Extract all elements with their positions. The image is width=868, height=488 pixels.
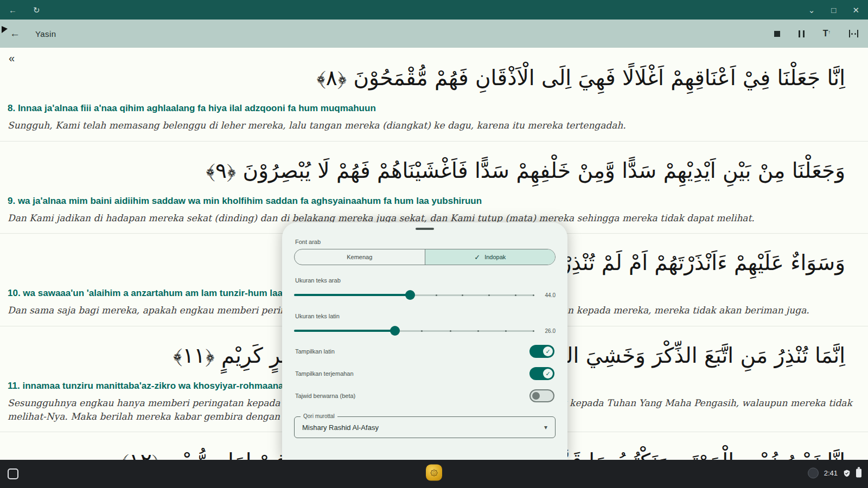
mouse-cursor [2,26,8,33]
qori-dropdown[interactable]: Qori murottal Mishary Rashid Al-Afasy ▾ [294,416,556,438]
latin-size-thumb[interactable] [390,326,400,336]
qori-value: Mishary Rashid Al-Afasy [302,423,544,432]
notification-icon[interactable] [808,467,819,478]
toggle-label: Tajwid berwarna (beta) [295,393,355,399]
qori-label: Qori murottal [301,413,337,419]
settings-sheet: Font arab Kemenag ✓ Indopak Ukuran teks … [282,222,567,460]
slider-tick [436,294,437,296]
switch-knob: ✓ [543,346,553,356]
slider-tick [488,294,490,296]
window-reload-icon[interactable]: ↻ [33,6,40,14]
text-size-icon[interactable]: T↑ [823,29,831,38]
window-back-icon[interactable]: ← [9,6,17,14]
goto-ayat-icon[interactable] [849,30,858,37]
back-button[interactable]: ← [10,28,20,40]
tampilkan-latin-switch[interactable]: ✓ [529,345,554,358]
stop-icon[interactable] [774,31,780,37]
verse-row-9[interactable]: وَجَعَلْنَا مِنْ بَيْنِ اَيْدِيْهِمْ سَد… [0,142,868,234]
app-bar: ← Yasin T↑ [0,20,868,48]
check-icon: ✓ [474,253,480,261]
slider-tick [515,294,516,296]
verse-row-8[interactable]: اِنَّا جَعَلْنَا فِيْ اَعْنَاقِهِمْ اَغْ… [0,49,868,142]
check-icon: ✓ [545,370,550,377]
shield-check-icon [843,469,851,477]
arabic-size-label: Ukuran teks arab [295,277,554,284]
battery-icon [856,468,861,477]
toggle-row-terjemahan: Tampilkan terjemahan ✓ [295,367,554,380]
arabic-size-slider[interactable] [294,290,534,300]
pause-icon[interactable] [799,30,805,37]
surah-title: Yasin [35,29,56,38]
window-restore-icon[interactable]: ⌄ [808,6,815,14]
toggle-row-tajwid: Tajwid berwarna (beta) [295,389,554,402]
latin-size-label: Ukuran teks latin [295,313,554,319]
status-area[interactable]: 2:41 [808,467,861,478]
tajwid-berwarna-switch[interactable] [529,389,554,402]
toggle-row-latin: Tampilkan latin ✓ [295,345,554,358]
quran-app-icon[interactable]: ۞ [426,465,442,481]
latin-text: 9. wa ja'alnaa mim baini aidiihim saddaw… [0,196,868,207]
window-maximize-icon[interactable]: □ [831,6,836,14]
switch-knob: ✓ [543,369,553,378]
toggle-label: Tampilkan latin [295,348,335,355]
drag-handle[interactable] [416,228,434,230]
segment-kemenag[interactable]: Kemenag [295,249,425,265]
slider-tick [533,330,534,332]
arabic-size-value: 44.0 [538,292,556,298]
window-title-bar: ← ↻ ⌄ □ ✕ [0,0,868,20]
segment-indopak[interactable]: ✓ Indopak [425,249,556,265]
clock: 2:41 [824,469,838,477]
switch-knob [532,392,540,400]
tampilkan-terjemahan-switch[interactable]: ✓ [529,367,554,380]
font-arab-segmented: Kemenag ✓ Indopak [294,249,556,265]
slider-fill [294,294,410,296]
launcher-icon[interactable] [8,468,18,479]
segment-label: Kemenag [347,254,372,260]
arabic-text: اِنَّا جَعَلْنَا فِيْ اَعْنَاقِهِمْ اَغْ… [0,59,868,98]
window-close-icon[interactable]: ✕ [852,6,859,14]
arabic-size-thumb[interactable] [405,290,415,300]
text-size-letter: T [823,29,828,38]
slider-tick [533,294,534,296]
taskbar: ۞ 2:41 [0,460,868,488]
font-arab-label: Font arab [295,239,554,245]
segment-label: Indopak [484,254,506,260]
latin-text: 8. Innaa ja'alnaa fiii a'naa qihim aghla… [0,103,868,114]
caret-down-icon: ▾ [544,423,547,431]
toggle-label: Tampilkan terjemahan [295,370,354,377]
arabic-text: وَجَعَلْنَا مِنْ بَيْنِ اَيْدِيْهِمْ سَد… [0,151,868,190]
collapse-panel-icon[interactable]: « [9,52,15,65]
translation-text: Sungguh, Kami telah memasang belenggu di… [0,119,868,132]
latin-size-value: 26.0 [538,328,556,334]
latin-size-slider[interactable] [294,326,534,336]
check-icon: ✓ [545,348,550,355]
slider-fill [294,330,395,332]
text-size-arrow: ↑ [828,29,831,35]
slider-tick [505,330,507,332]
app-glyph: ۞ [430,468,438,478]
